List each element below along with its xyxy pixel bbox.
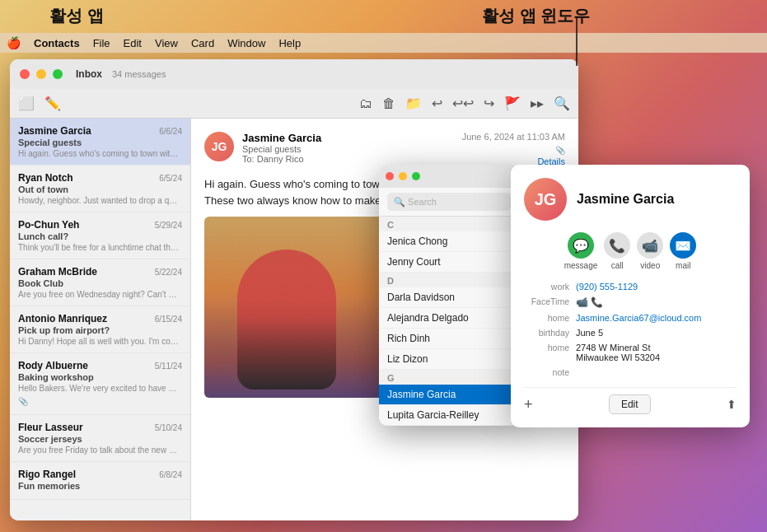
archive2-icon[interactable]: 🗂 (359, 96, 372, 111)
email-subject: Out of town (18, 184, 182, 194)
info-value-facetime[interactable]: 📹 📞 (576, 296, 737, 308)
menubar-file[interactable]: File (93, 37, 110, 49)
reply-icon[interactable]: ↩ (432, 96, 442, 111)
info-row-work: work (920) 555-1129 (524, 282, 737, 292)
email-preview: Hello Bakers. We're very excited to have… (18, 384, 179, 393)
maximize-button[interactable] (53, 69, 63, 79)
info-row-birthday: birthday June 5 (524, 328, 737, 338)
menubar-window[interactable]: Window (227, 37, 265, 49)
email-item-rigo[interactable]: Rigo Rangel 6/8/24 Fun memories (10, 462, 190, 500)
toolbar-right: 🗂 🗑 📁 ↩ ↩↩ ↪ 🚩 ▸▸ 🔍 (359, 96, 570, 111)
contacts-maximize[interactable] (412, 172, 420, 180)
search-icon[interactable]: 🔍 (554, 96, 570, 111)
info-label-facetime: FaceTime (524, 296, 569, 306)
add-contact-button[interactable]: + (524, 396, 533, 413)
close-button[interactable] (20, 69, 30, 79)
email-from: Jasmine Garcia (242, 132, 454, 144)
email-item-ryan[interactable]: Ryan Notch 6/5/24 Out of town Howdy, nei… (10, 166, 190, 212)
inbox-title: Inbox (76, 68, 102, 80)
contacts-close[interactable] (386, 172, 394, 180)
mail-titlebar: Inbox 34 messages (10, 59, 578, 89)
search-input[interactable]: 🔍 Search (387, 193, 511, 211)
email-subject: Special guests (18, 138, 182, 147)
menubar-contacts[interactable]: Contacts (34, 37, 80, 49)
email-item-graham[interactable]: Graham McBride 5/22/24 Book Club Are you… (10, 259, 190, 306)
email-subject: Baking workshop (18, 372, 182, 382)
email-item-fleur[interactable]: Fleur Lasseur 5/10/24 Soccer jerseys Are… (10, 415, 190, 462)
flag-icon[interactable]: 🚩 (504, 96, 521, 111)
call-action[interactable]: 📞 call (604, 232, 630, 270)
email-subject: Book Club (18, 278, 182, 288)
contact-item-rich[interactable]: Rich Dinh (379, 329, 519, 349)
email-attachment-indicator: 📎 (555, 146, 565, 155)
facetime-phone-icon[interactable]: 📞 (591, 296, 603, 308)
contact-detail-footer: + Edit ⬆ (524, 387, 737, 414)
contact-detail-header: JG Jasmine Garcia (524, 178, 737, 221)
compose-icon[interactable]: ⬜ (18, 96, 35, 111)
more-icon[interactable]: ▸▸ (531, 96, 544, 111)
email-date: 6/6/24 (159, 127, 182, 136)
info-row-note: note (524, 367, 737, 377)
facetime-video-icon[interactable]: 📹 (576, 296, 588, 308)
sender-name: Jasmine Garcia (18, 125, 91, 137)
email-date: 6/5/24 (159, 174, 182, 183)
section-header-g: G (379, 370, 519, 385)
contact-item-jenny[interactable]: Jenny Court (379, 252, 519, 273)
mail-icon: ✉️ (670, 232, 696, 259)
contact-item-lupita[interactable]: Lupita Garcia-Reilley (379, 405, 519, 426)
contact-detail-panel: JG Jasmine Garcia 💬 message 📞 call 📹 vid… (511, 165, 750, 427)
move-icon[interactable]: 📁 (405, 96, 422, 111)
email-item-rody[interactable]: Rody Albuerne 5/11/24 Baking workshop He… (10, 353, 190, 415)
email-subject: Lunch call? (18, 231, 182, 241)
sender-name: Rody Albuerne (18, 360, 88, 371)
info-label-birthday: birthday (524, 328, 569, 338)
email-meta: Jasmine Garcia Special guests To: Danny … (242, 132, 454, 164)
message-action[interactable]: 💬 message (564, 232, 598, 270)
info-row-email: home Jasmine.Garcia67@icloud.com (524, 313, 737, 323)
sender-name: Graham McBride (18, 266, 97, 278)
email-preview: Think you'll be free for a lunchtime cha… (18, 243, 179, 252)
sender-name: Antonio Manriquez (18, 313, 107, 324)
trash-icon[interactable]: 🗑 (382, 96, 395, 111)
menubar-view[interactable]: View (155, 37, 178, 49)
contact-item-jasmine[interactable]: Jasmine Garcia (379, 385, 519, 405)
archive-icon[interactable]: ✏️ (44, 96, 61, 111)
email-preview: Are you free Friday to talk about the ne… (18, 446, 179, 455)
contact-item-jenica[interactable]: Jenica Chong (379, 231, 519, 252)
email-preview: Hi again. Guess who's coming to town wit… (18, 149, 179, 158)
email-date: 5/10/24 (155, 423, 182, 432)
email-subject-display: Special guests (242, 144, 454, 154)
email-subject: Fun memories (18, 481, 182, 491)
mail-action[interactable]: ✉️ mail (670, 232, 696, 270)
edit-contact-button[interactable]: Edit (609, 394, 651, 414)
email-item-jasmine[interactable]: Jasmine Garcia 6/6/24 Special guests Hi … (10, 119, 190, 166)
mail-label: mail (676, 261, 690, 270)
inbox-subtitle: 34 messages (112, 69, 166, 79)
reply-all-icon[interactable]: ↩↩ (452, 96, 474, 111)
email-item-pochun[interactable]: Po-Chun Yeh 5/29/24 Lunch call? Think yo… (10, 212, 190, 259)
apple-menu-icon[interactable]: 🍎 (7, 36, 21, 49)
info-value-email[interactable]: Jasmine.Garcia67@icloud.com (576, 313, 737, 323)
share-contact-button[interactable]: ⬆ (727, 398, 737, 411)
contact-item-liz[interactable]: Liz Dizon (379, 349, 519, 370)
contacts-minimize[interactable] (399, 172, 407, 180)
section-header-c: C (379, 217, 519, 231)
contact-item-alejandra[interactable]: Alejandra Delgado (379, 308, 519, 329)
forward-icon[interactable]: ↪ (484, 96, 494, 111)
contacts-search-area: 🔍 Search (379, 188, 519, 217)
contact-item-darla[interactable]: Darla Davidson (379, 287, 519, 308)
menubar-edit[interactable]: Edit (124, 37, 142, 49)
active-app-window-annotation: 활성 앱 윈도우 (482, 5, 590, 27)
menubar-card[interactable]: Card (191, 37, 214, 49)
info-label-address: home (524, 343, 569, 352)
email-item-antonio[interactable]: Antonio Manriquez 6/15/24 Pick up from a… (10, 306, 190, 353)
info-value-work[interactable]: (920) 555-1129 (576, 282, 737, 292)
video-action[interactable]: 📹 video (637, 232, 663, 270)
menubar-help[interactable]: Help (278, 37, 301, 49)
info-label-email: home (524, 313, 569, 323)
info-row-address: home 2748 W Mineral StMilwaukee WI 53204 (524, 343, 737, 362)
video-label: video (640, 261, 660, 270)
email-timestamp-area: June 6, 2024 at 11:03 AM 📎 Details (462, 132, 565, 166)
video-icon: 📹 (637, 232, 663, 259)
minimize-button[interactable] (36, 69, 46, 79)
